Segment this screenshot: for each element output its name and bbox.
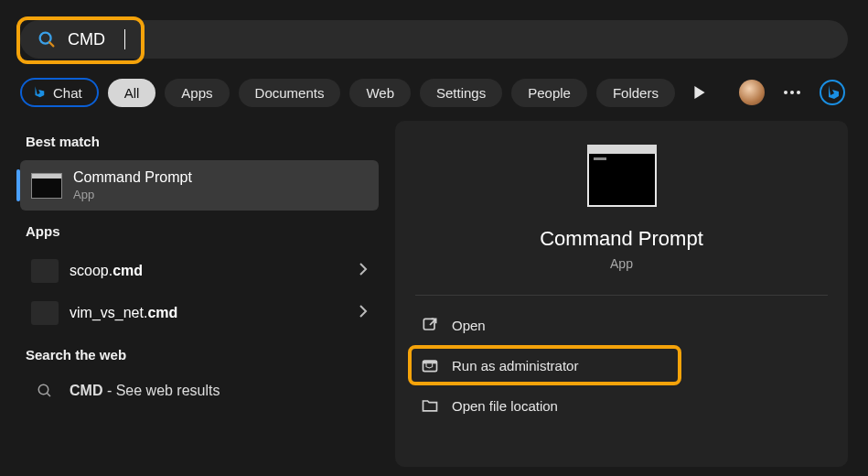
web-result[interactable]: CMD - See web results xyxy=(20,373,379,408)
chevron-right-icon[interactable] xyxy=(359,263,368,279)
svg-point-2 xyxy=(784,91,788,94)
file-thumb-icon xyxy=(31,259,59,283)
svg-point-5 xyxy=(820,81,844,104)
label-suffix: - See web results xyxy=(102,383,220,398)
documents-pill[interactable]: Documents xyxy=(239,79,341,107)
web-pill-label: Web xyxy=(366,85,394,101)
search-icon xyxy=(37,29,57,49)
search-input[interactable] xyxy=(68,30,831,49)
settings-pill-label: Settings xyxy=(436,85,486,101)
detail-title: Command Prompt xyxy=(540,227,703,251)
svg-point-3 xyxy=(790,91,794,94)
label-bold: cmd xyxy=(113,263,143,278)
svg-point-4 xyxy=(797,91,800,94)
divider xyxy=(415,295,828,296)
user-avatar[interactable] xyxy=(736,77,767,108)
all-pill-label: All xyxy=(124,85,140,101)
web-result-label: CMD - See web results xyxy=(70,383,220,399)
app-result-label: vim_vs_net.cmd xyxy=(70,305,177,321)
result-subtitle: App xyxy=(73,188,192,201)
open-icon xyxy=(421,316,439,334)
label-bold: cmd xyxy=(147,305,177,320)
folders-pill[interactable]: Folders xyxy=(596,79,675,107)
results-column: Best match Command Prompt App Apps scoop… xyxy=(20,121,395,467)
main-split: Best match Command Prompt App Apps scoop… xyxy=(0,108,868,467)
app-result-scoop[interactable]: scoop.cmd xyxy=(20,250,379,292)
more-icon[interactable] xyxy=(777,77,808,108)
app-result-label: scoop.cmd xyxy=(70,263,143,279)
text-caret xyxy=(124,29,125,49)
filter-row: Chat All Apps Documents Web Settings Peo… xyxy=(0,59,868,108)
search-web-heading: Search the web xyxy=(26,347,379,362)
result-title: Command Prompt xyxy=(73,169,192,186)
open-action[interactable]: Open xyxy=(406,305,837,345)
svg-line-7 xyxy=(47,393,50,396)
run-as-admin-action[interactable]: Run as administrator xyxy=(406,345,837,385)
more-filters-play-icon[interactable] xyxy=(684,77,715,108)
chevron-right-icon[interactable] xyxy=(359,305,368,321)
open-file-location-label: Open file location xyxy=(452,398,558,414)
svg-line-1 xyxy=(49,42,53,46)
all-pill[interactable]: All xyxy=(108,79,156,107)
label-prefix: scoop. xyxy=(70,263,113,278)
command-prompt-large-icon xyxy=(587,145,657,207)
documents-pill-label: Documents xyxy=(255,85,325,101)
apps-heading: Apps xyxy=(26,223,379,239)
avatar-image xyxy=(739,80,765,105)
folder-icon xyxy=(421,396,439,415)
detail-panel: Command Prompt App Open Run as administr… xyxy=(395,121,848,467)
label-prefix: vim_vs_net. xyxy=(70,305,147,320)
people-pill[interactable]: People xyxy=(511,79,587,107)
detail-subtitle: App xyxy=(610,256,633,271)
people-pill-label: People xyxy=(528,85,571,101)
run-as-admin-label: Run as administrator xyxy=(452,358,578,373)
search-bar[interactable] xyxy=(20,20,848,59)
chat-pill-label: Chat xyxy=(53,85,82,101)
result-text: Command Prompt App xyxy=(73,169,192,201)
apps-pill-label: Apps xyxy=(181,85,212,101)
best-match-heading: Best match xyxy=(26,134,379,149)
bing-chat-icon xyxy=(31,84,48,101)
open-action-label: Open xyxy=(452,318,486,333)
apps-pill[interactable]: Apps xyxy=(165,79,229,107)
label-bold: CMD xyxy=(70,383,102,398)
file-thumb-icon xyxy=(31,301,59,325)
search-icon xyxy=(31,383,59,399)
open-file-location-action[interactable]: Open file location xyxy=(406,385,837,426)
folders-pill-label: Folders xyxy=(613,85,659,101)
admin-shield-icon xyxy=(421,356,439,374)
best-match-result[interactable]: Command Prompt App xyxy=(20,160,379,211)
settings-pill[interactable]: Settings xyxy=(420,79,502,107)
chat-pill[interactable]: Chat xyxy=(20,78,99,107)
web-pill[interactable]: Web xyxy=(349,79,411,107)
svg-point-6 xyxy=(38,384,48,395)
bing-icon[interactable] xyxy=(817,77,848,108)
app-result-vim[interactable]: vim_vs_net.cmd xyxy=(20,292,379,334)
svg-rect-8 xyxy=(423,319,434,330)
command-prompt-thumb-icon xyxy=(31,173,62,199)
